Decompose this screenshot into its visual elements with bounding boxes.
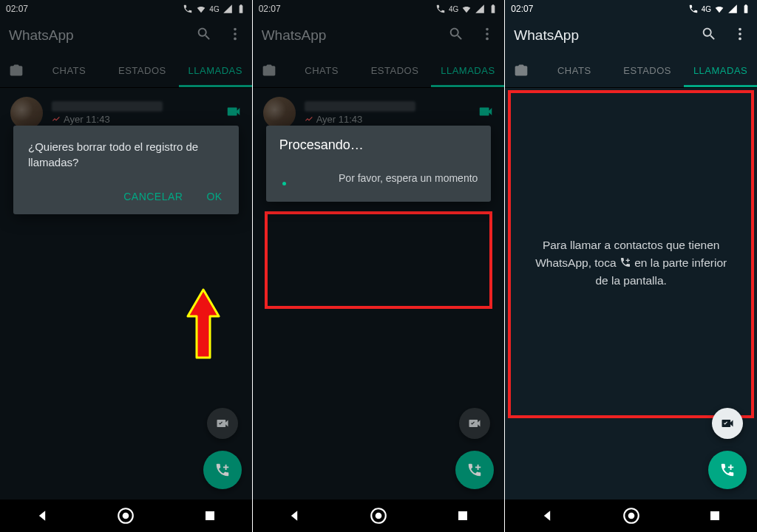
- status-bar: 02:07 4G: [505, 0, 757, 18]
- status-time: 02:07: [259, 4, 281, 14]
- signal-icon: [475, 4, 485, 14]
- video-call-icon[interactable]: [478, 103, 494, 123]
- svg-point-12: [739, 28, 741, 31]
- nav-recents[interactable]: [200, 506, 220, 525]
- empty-line-1: Para llamar a contactos que tienen: [543, 239, 720, 251]
- wifi-icon: [714, 4, 724, 14]
- nav-back[interactable]: [285, 506, 304, 525]
- svg-rect-5: [206, 511, 214, 520]
- nav-home[interactable]: [369, 506, 388, 525]
- call-time: Ayer 11:43: [64, 114, 110, 125]
- video-call-icon[interactable]: [225, 103, 242, 123]
- annotation-arrow: [185, 288, 222, 362]
- new-call-fab[interactable]: [708, 451, 747, 489]
- cancel-button[interactable]: CANCELAR: [122, 186, 184, 207]
- network-label: 4G: [702, 5, 711, 13]
- empty-line-3: de la pantalla.: [595, 274, 667, 287]
- tab-calls[interactable]: LLAMADAS: [684, 53, 757, 87]
- missed-call-icon: [52, 115, 61, 124]
- battery-icon: [236, 4, 246, 14]
- svg-rect-17: [710, 511, 719, 520]
- nav-home[interactable]: [116, 506, 135, 525]
- contact-name-blurred: [305, 101, 415, 112]
- search-icon[interactable]: [701, 26, 717, 45]
- nav-recents[interactable]: [453, 506, 472, 525]
- wifi-icon: [196, 4, 206, 14]
- signal-icon: [727, 4, 738, 14]
- status-bar: 02:07 4G: [253, 0, 505, 18]
- more-icon[interactable]: [732, 26, 748, 45]
- app-bar: WhatsApp: [505, 18, 757, 53]
- screenshot-3: 02:07 4G WhatsApp CHATS ESTADOS LLAMADAS: [505, 0, 757, 532]
- empty-state-message: Para llamar a contactos que tienen Whats…: [520, 236, 742, 290]
- nav-bar: [505, 499, 757, 532]
- tab-calls[interactable]: LLAMADAS: [179, 53, 252, 87]
- battery-icon: [741, 4, 751, 14]
- status-time: 02:07: [6, 4, 28, 14]
- svg-point-7: [486, 33, 489, 35]
- app-title: WhatsApp: [262, 27, 327, 44]
- search-icon[interactable]: [448, 26, 464, 45]
- dialog-subtitle: Por favor, espera un momento: [279, 172, 478, 184]
- screenshot-2: 02:07 4G WhatsApp CHATS E: [253, 0, 506, 532]
- network-label: 4G: [209, 5, 219, 13]
- phone-status-icon: [435, 4, 446, 14]
- svg-point-0: [234, 28, 237, 31]
- svg-point-4: [123, 513, 129, 519]
- tabs: CHATS ESTADOS LLAMADAS: [505, 53, 757, 88]
- tabs: CHATS ESTADOS LLAMADAS: [0, 53, 252, 88]
- spinner-dot: [282, 182, 286, 185]
- tab-chats[interactable]: CHATS: [537, 53, 611, 87]
- svg-point-2: [234, 38, 237, 41]
- tab-calls[interactable]: LLAMADAS: [431, 53, 504, 87]
- call-time: Ayer 11:43: [316, 114, 363, 125]
- tab-status[interactable]: ESTADOS: [106, 53, 179, 87]
- app-bar: WhatsApp: [0, 18, 252, 53]
- empty-line-2b: en la parte inferior: [634, 256, 727, 269]
- new-call-fab[interactable]: [455, 451, 494, 489]
- video-link-fab[interactable]: [712, 408, 743, 439]
- more-icon[interactable]: [479, 26, 495, 45]
- tabs: CHATS ESTADOS LLAMADAS: [253, 53, 505, 88]
- avatar: [263, 97, 296, 129]
- nav-home[interactable]: [622, 506, 641, 525]
- nav-back[interactable]: [33, 506, 52, 525]
- delete-dialog: ¿Quieres borrar todo el registro de llam…: [13, 126, 239, 214]
- search-icon[interactable]: [196, 26, 212, 45]
- svg-point-8: [486, 38, 489, 41]
- annotation-frame: [265, 211, 493, 309]
- video-link-fab[interactable]: [459, 408, 490, 439]
- svg-point-14: [739, 38, 741, 41]
- tab-camera[interactable]: [0, 53, 33, 87]
- phone-status-icon: [183, 4, 193, 14]
- avatar: [10, 97, 43, 129]
- tab-camera[interactable]: [253, 53, 285, 87]
- svg-point-10: [376, 513, 382, 519]
- svg-point-16: [628, 513, 634, 519]
- status-bar: 02:07 4G: [0, 0, 252, 18]
- video-link-fab[interactable]: [207, 408, 238, 439]
- empty-line-2a: WhatsApp, toca: [535, 256, 616, 269]
- phone-status-icon: [688, 4, 699, 14]
- battery-icon: [488, 4, 498, 14]
- processing-dialog: Procesando… Por favor, espera un momento: [266, 126, 492, 202]
- app-title: WhatsApp: [514, 27, 579, 44]
- dialog-title: Procesando…: [279, 137, 478, 153]
- app-bar: WhatsApp: [253, 18, 505, 53]
- more-icon[interactable]: [227, 26, 243, 45]
- tab-camera[interactable]: [505, 53, 537, 87]
- svg-rect-11: [458, 511, 467, 520]
- new-call-inline-icon: [619, 256, 631, 268]
- app-title: WhatsApp: [9, 27, 74, 44]
- nav-recents[interactable]: [705, 506, 724, 525]
- tab-status[interactable]: ESTADOS: [611, 53, 684, 87]
- dialog-message: ¿Quieres borrar todo el registro de llam…: [28, 139, 224, 170]
- contact-name-blurred: [52, 101, 163, 112]
- ok-button[interactable]: OK: [205, 186, 223, 207]
- screenshot-1: 02:07 4G WhatsApp CHATS E: [0, 0, 253, 532]
- tab-chats[interactable]: CHATS: [285, 53, 359, 87]
- tab-chats[interactable]: CHATS: [33, 53, 106, 87]
- nav-back[interactable]: [537, 506, 557, 525]
- tab-status[interactable]: ESTADOS: [359, 53, 432, 87]
- new-call-fab[interactable]: [203, 451, 242, 489]
